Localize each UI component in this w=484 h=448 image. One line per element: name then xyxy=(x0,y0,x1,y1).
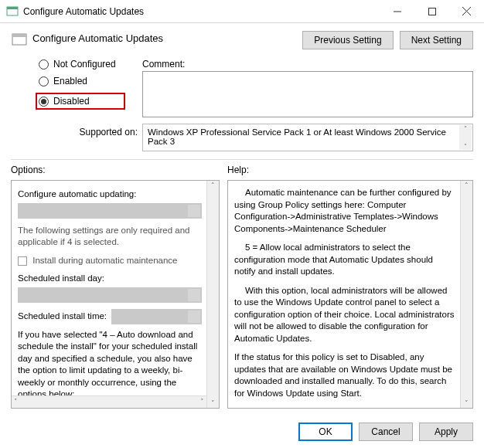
time-dropdown[interactable] xyxy=(111,309,202,324)
radio-label: Disabled xyxy=(53,96,90,107)
configure-label: Configure automatic updating: xyxy=(18,188,202,201)
previous-setting-button[interactable]: Previous Setting xyxy=(302,31,393,49)
radio-disabled[interactable]: Disabled xyxy=(36,93,125,110)
scrollbar-horizontal[interactable]: ˂˃ xyxy=(12,395,206,408)
options-note: The following settings are only required… xyxy=(18,225,202,249)
options-panel: Configure automatic updating: The follow… xyxy=(11,180,220,409)
radio-label: Enabled xyxy=(53,76,87,87)
help-panel: Automatic maintenance can be further con… xyxy=(227,180,473,409)
window-title: Configure Automatic Updates xyxy=(23,6,380,17)
time-label: Scheduled install time: xyxy=(18,311,107,323)
svg-rect-7 xyxy=(12,34,26,37)
policy-icon xyxy=(11,31,28,48)
help-p5: If the status is set to Not Configured, … xyxy=(234,406,455,409)
install-checkbox[interactable] xyxy=(18,256,27,266)
svg-rect-3 xyxy=(428,8,435,15)
titlebar[interactable]: Configure Automatic Updates xyxy=(0,0,484,23)
minimize-button[interactable] xyxy=(380,0,414,23)
help-header: Help: xyxy=(227,165,473,175)
app-icon xyxy=(6,5,19,18)
install-checkbox-label: Install during automatic maintenance xyxy=(32,256,177,265)
page-title: Configure Automatic Updates xyxy=(32,31,302,44)
options-note2: If you have selected "4 – Auto download … xyxy=(18,329,202,401)
supported-on-value: Windows XP Professional Service Pack 1 o… xyxy=(148,127,446,146)
scrollbar[interactable]: ˄˅ xyxy=(459,125,472,150)
radio-not-configured[interactable]: Not Configured xyxy=(39,59,142,70)
svg-rect-1 xyxy=(7,7,18,9)
scrollbar-vertical[interactable]: ˄˅ xyxy=(460,181,472,408)
next-setting-button[interactable]: Next Setting xyxy=(400,31,473,49)
day-dropdown[interactable] xyxy=(18,287,202,303)
day-label: Scheduled install day: xyxy=(18,273,202,285)
maximize-button[interactable] xyxy=(414,0,449,23)
radio-icon xyxy=(39,97,49,107)
options-header: Options: xyxy=(11,165,220,175)
help-p1: Automatic maintenance can be further con… xyxy=(234,187,455,235)
apply-button[interactable]: Apply xyxy=(419,423,473,441)
supported-on-text: Windows XP Professional Service Pack 1 o… xyxy=(142,124,473,151)
supported-on-label: Supported on: xyxy=(43,124,142,137)
comment-label: Comment: xyxy=(142,59,473,70)
radio-icon xyxy=(39,76,49,87)
configure-dropdown[interactable] xyxy=(18,203,202,219)
radio-icon xyxy=(39,59,49,70)
divider xyxy=(11,159,473,160)
comment-input[interactable] xyxy=(142,71,473,117)
scrollbar-vertical[interactable]: ˄˅ xyxy=(206,181,219,408)
help-p4: If the status for this policy is set to … xyxy=(234,351,455,399)
help-p3: With this option, local administrators w… xyxy=(234,285,455,345)
radio-label: Not Configured xyxy=(53,59,116,70)
radio-enabled[interactable]: Enabled xyxy=(39,76,142,87)
help-p2: 5 = Allow local administrators to select… xyxy=(234,242,455,278)
footer: OK Cancel Apply xyxy=(0,415,484,448)
close-button[interactable] xyxy=(449,0,484,23)
cancel-button[interactable]: Cancel xyxy=(359,423,413,441)
ok-button[interactable]: OK xyxy=(298,423,353,441)
